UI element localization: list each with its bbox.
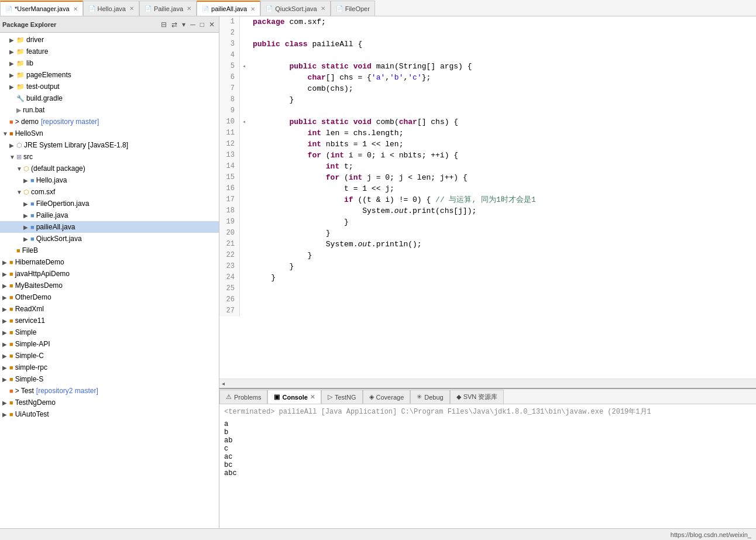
sidebar-item-hellosvn[interactable]: ▼ HelloSvn bbox=[0, 128, 219, 139]
sidebar-item-hellojava[interactable]: ▶ Hello.java bbox=[0, 174, 219, 186]
sidebar-item-test[interactable]: ▶ > Test [repository2 master] bbox=[0, 385, 219, 397]
sidebar-item-testngdemo[interactable]: ▶ TestNgDemo bbox=[0, 397, 219, 408]
sidebar-item-hibernatedemo[interactable]: ▶ HibernateDemo bbox=[0, 256, 219, 268]
line-content-5[interactable]: public static void main(String[] args) { bbox=[248, 61, 756, 72]
line-content-13[interactable]: for (int i = 0; i < nbits; ++i) { bbox=[248, 150, 756, 161]
sidebar-menu-icon[interactable]: ▾ bbox=[180, 20, 187, 29]
tab-pailie[interactable]: 📄 Pailie.java ✕ bbox=[139, 1, 197, 16]
line-number-4: 4 bbox=[219, 50, 240, 61]
folder-icon-feature bbox=[16, 47, 25, 56]
sidebar-item-pailieall[interactable]: ▶ pailieAll.java bbox=[0, 221, 219, 233]
line-content-21[interactable]: System.out.println(); bbox=[248, 239, 756, 250]
code-line-22: 22 } bbox=[219, 250, 756, 261]
line-content-26[interactable] bbox=[248, 294, 756, 305]
line-content-1[interactable]: package com.sxf; bbox=[248, 16, 756, 27]
sidebar-item-comsxf[interactable]: ▼ com.sxf bbox=[0, 186, 219, 198]
tab-close-qiucksort[interactable]: ✕ bbox=[321, 5, 325, 12]
sidebar-item-testoutput[interactable]: ▶ test-output bbox=[0, 81, 219, 92]
line-content-2[interactable] bbox=[248, 27, 756, 39]
line-content-17[interactable]: if ((t & i) != 0) { // 与运算, 同为1时才会是1 bbox=[248, 194, 756, 205]
line-content-20[interactable]: } bbox=[248, 228, 756, 239]
line-content-4[interactable] bbox=[248, 50, 756, 61]
tab-close-usermanager[interactable]: ✕ bbox=[73, 6, 78, 12]
sidebar-item-fileb[interactable]: ▶ FileB bbox=[0, 245, 219, 256]
line-arrow-1 bbox=[240, 16, 248, 27]
sidebar-item-simples[interactable]: ▶ Simple-S bbox=[0, 373, 219, 385]
sidebar-item-buildgradle[interactable]: ▶ build.gradle bbox=[0, 92, 219, 104]
scroll-left-arrow[interactable]: ◂ bbox=[222, 380, 225, 387]
line-content-23[interactable]: } bbox=[248, 261, 756, 272]
line-content-18[interactable]: System.out.print(chs[j]); bbox=[248, 205, 756, 216]
tab-qiucksort[interactable]: 📄 QiuckSort.java ✕ bbox=[260, 1, 331, 16]
tab-pailieall[interactable]: 📄 pailieAll.java ✕ bbox=[197, 1, 260, 16]
sidebar-item-pageelements[interactable]: ▶ pageElements bbox=[0, 69, 219, 81]
sidebar-max-icon[interactable]: □ bbox=[198, 20, 206, 29]
sidebar-item-jre[interactable]: ▶ JRE System Library [JavaSE-1.8] bbox=[0, 139, 219, 151]
console-tab-close[interactable]: ✕ bbox=[310, 394, 315, 400]
bottom-tab-testng[interactable]: ▷ TestNG bbox=[321, 390, 363, 404]
java-icon-pailie bbox=[30, 211, 35, 219]
line-content-10[interactable]: public static void comb(char[] chs) { bbox=[248, 116, 756, 128]
sidebar-item-defaultpkg[interactable]: ▼ (default package) bbox=[0, 163, 219, 174]
line-content-12[interactable]: int nbits = 1 << len; bbox=[248, 139, 756, 150]
tab-fileoper[interactable]: 📄 FileOper bbox=[331, 1, 375, 16]
line-content-15[interactable]: for (int j = 0; j < len; j++) { bbox=[248, 172, 756, 183]
line-number-6: 6 bbox=[219, 72, 240, 83]
sidebar-collapse-icon[interactable]: ⊟ bbox=[159, 20, 169, 29]
line-arrow-23 bbox=[240, 261, 248, 272]
sidebar-item-runbat[interactable]: ▶ run.bat bbox=[0, 104, 219, 116]
sidebar-item-demo[interactable]: ▶ > demo [repository master] bbox=[0, 116, 219, 128]
proj-icon-javahttpapidemo bbox=[9, 270, 13, 278]
line-content-14[interactable]: int t; bbox=[248, 161, 756, 172]
sidebar-item-simple[interactable]: ▶ Simple bbox=[0, 326, 219, 338]
jre-icon bbox=[16, 141, 22, 149]
line-content-16[interactable]: t = 1 << j; bbox=[248, 183, 756, 194]
sidebar-item-uiautotest[interactable]: ▶ UiAutoTest bbox=[0, 408, 219, 420]
bottom-tab-coverage[interactable]: ◈ Coverage bbox=[363, 390, 411, 404]
sidebar-item-javahttpapidemo[interactable]: ▶ javaHttpApiDemo bbox=[0, 268, 219, 280]
sidebar-item-fileopertion[interactable]: ▶ FileOpertion.java bbox=[0, 198, 219, 209]
line-content-24[interactable]: } bbox=[248, 272, 756, 283]
bottom-tab-problems[interactable]: ⚠ Problems bbox=[219, 390, 267, 404]
sidebar-item-driver[interactable]: ▶ driver bbox=[0, 34, 219, 46]
line-arrow-12 bbox=[240, 139, 248, 150]
line-content-7[interactable]: comb(chs); bbox=[248, 83, 756, 94]
sidebar-item-simpleapi[interactable]: ▶ Simple-API bbox=[0, 338, 219, 350]
sidebar-item-src[interactable]: ▼ src bbox=[0, 151, 219, 163]
line-content-8[interactable]: } bbox=[248, 94, 756, 105]
sidebar-item-readxml[interactable]: ▶ ReadXml bbox=[0, 303, 219, 315]
sidebar-item-mybaitesdemo[interactable]: ▶ MyBaitesDemo bbox=[0, 280, 219, 291]
sidebar-item-qiucksort[interactable]: ▶ QiuckSort.java bbox=[0, 233, 219, 245]
line-content-9[interactable] bbox=[248, 105, 756, 116]
tab-hello[interactable]: 📄 Hello.java ✕ bbox=[83, 1, 139, 16]
line-content-22[interactable]: } bbox=[248, 250, 756, 261]
tab-close-pailie[interactable]: ✕ bbox=[187, 5, 191, 12]
sidebar-item-service11[interactable]: ▶ service11 bbox=[0, 315, 219, 326]
java-tab-icon: 📄 bbox=[5, 6, 12, 12]
sidebar-link-icon[interactable]: ⇄ bbox=[170, 20, 179, 29]
sidebar-min-icon[interactable]: ─ bbox=[188, 20, 197, 29]
sidebar-item-feature[interactable]: ▶ feature bbox=[0, 46, 219, 57]
sidebar-item-otherdemo[interactable]: ▶ OtherDemo bbox=[0, 291, 219, 303]
line-content-19[interactable]: } bbox=[248, 216, 756, 228]
sidebar-item-simplec[interactable]: ▶ Simple-C bbox=[0, 350, 219, 362]
code-line-14: 14 int t; bbox=[219, 161, 756, 172]
line-content-27[interactable] bbox=[248, 305, 756, 317]
line-content-6[interactable]: char[] chs = {'a','b','c'}; bbox=[248, 72, 756, 83]
bottom-tab-svn[interactable]: ◆ SVN 资源库 bbox=[450, 390, 504, 404]
sidebar-item-lib[interactable]: ▶ lib bbox=[0, 57, 219, 69]
bottom-tab-console[interactable]: ▣ Console ✕ bbox=[267, 390, 321, 404]
tab-close-hello[interactable]: ✕ bbox=[129, 5, 134, 12]
h-scrollbar[interactable]: ◂ bbox=[219, 379, 756, 388]
line-content-25[interactable] bbox=[248, 283, 756, 294]
sidebar-item-simplerpc[interactable]: ▶ simple-rpc bbox=[0, 362, 219, 373]
sidebar-item-pailiefile[interactable]: ▶ Pailie.java bbox=[0, 209, 219, 221]
line-content-11[interactable]: int len = chs.length; bbox=[248, 128, 756, 139]
line-content-3[interactable]: public class pailieAll { bbox=[248, 39, 756, 50]
sidebar-close-icon[interactable]: ✕ bbox=[207, 20, 217, 29]
code-editor[interactable]: 1package com.sxf;23public class pailieAl… bbox=[219, 16, 756, 379]
tab-close-pailieall[interactable]: ✕ bbox=[250, 6, 255, 12]
arrow-fileopertion: ▶ bbox=[23, 201, 30, 207]
tab-usermanager[interactable]: 📄 UserManager.java ✕ bbox=[0, 1, 83, 16]
bottom-tab-debug[interactable]: ✳ Debug bbox=[410, 390, 449, 404]
